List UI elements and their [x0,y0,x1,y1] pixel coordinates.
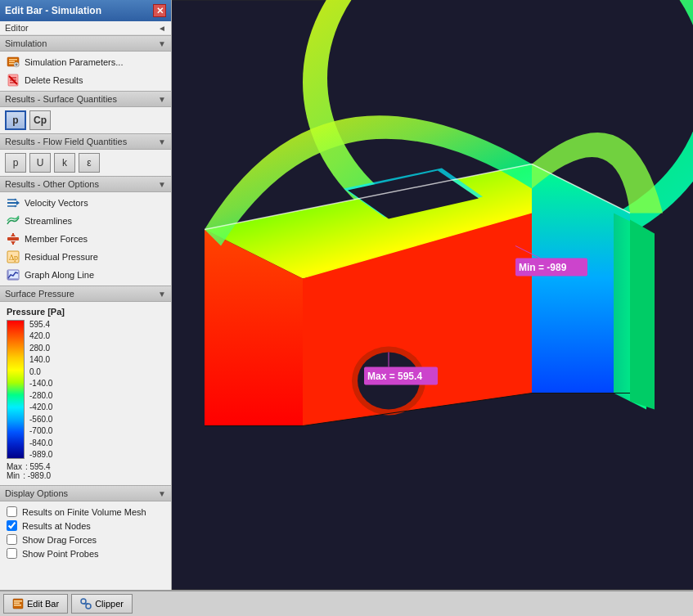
surface-quantities-arrow: ▼ [158,95,166,104]
residual-pressure-label: Residual Pressure [25,252,98,262]
editor-label: Editor [5,23,29,33]
close-button[interactable]: ✕ [153,4,166,17]
legend-min-value: : -989.0 [23,471,51,480]
other-options-label: Results - Other Options [5,179,99,189]
title-bar-text: Edit Bar - Simulation [5,5,101,16]
flow-field-buttons: p U k ε [0,150,171,176]
edit-bar-button[interactable]: Edit Bar [3,594,68,614]
svg-rect-51 [14,600,22,602]
viewport[interactable]: Max = 595.4 Min = -989 [172,0,693,590]
editor-row: Editor ◄ [0,21,171,35]
legend-maxmin: Max : 595.4 Min : -989.0 [7,462,164,480]
legend-bar-container: 595.4 420.0 280.0 140.0 0.0 -140.0 -280.… [7,320,164,459]
residual-pressure-item[interactable]: ∆p Residual Pressure [0,248,171,266]
surface-pressure-arrow: ▼ [158,290,166,299]
other-options-header[interactable]: Results - Other Options ▼ [0,176,171,192]
legend-val-3: 140.0 [29,355,52,364]
svg-text:Min = -989: Min = -989 [519,262,567,273]
graph-along-line-label: Graph Along Line [25,270,94,280]
edit-bar-icon [12,598,24,609]
legend-max-row: Max : 595.4 [7,462,164,471]
svg-rect-1 [9,59,17,61]
editor-arrow: ◄ [158,24,166,33]
legend-val-11: -989.0 [29,450,52,459]
legend-min-label: Min [7,471,20,480]
simulation-arrow: ▼ [158,39,166,48]
streamlines-item[interactable]: Streamlines [0,212,171,230]
svg-rect-18 [7,237,19,241]
clipper-label: Clipper [95,599,124,609]
flow-field-arrow: ▼ [158,137,166,146]
simulation-params-item[interactable]: Simulation Parameters... [0,53,171,71]
ff-k-button[interactable]: k [54,153,75,173]
color-legend-bar [7,320,25,459]
graph-along-line-item[interactable]: Graph Along Line [0,266,171,284]
legend-val-4: 0.0 [29,367,52,376]
svg-rect-53 [14,605,21,606]
legend-section: Pressure [Pa] 595.4 420.0 280.0 140.0 0.… [0,302,171,485]
drag-forces-label: Show Drag Forces [22,535,97,545]
simulation-section-header[interactable]: Simulation ▼ [0,35,171,52]
other-options-arrow: ▼ [158,180,166,189]
legend-max-value: : 595.4 [25,462,51,471]
svg-marker-20 [11,233,16,236]
delete-results-label: Delete Results [25,75,83,85]
sim-params-label: Simulation Parameters... [25,57,123,67]
legend-min-row: Min : -989.0 [7,471,164,480]
point-probes-option[interactable]: Show Point Probes [0,546,171,560]
ff-p-button[interactable]: p [5,153,26,173]
drag-forces-checkbox[interactable] [7,534,17,545]
surface-quantities-buttons: p Cp [0,107,171,133]
legend-val-7: -420.0 [29,402,52,411]
results-nodes-option[interactable]: Results at Nodes [0,519,171,533]
svg-marker-40 [630,220,655,410]
results-nodes-checkbox[interactable] [7,520,17,531]
ff-epsilon-button[interactable]: ε [79,153,100,173]
member-forces-item[interactable]: Member Forces [0,230,171,248]
sidebar: Edit Bar - Simulation ✕ Editor ◄ Simulat… [0,0,172,590]
display-options-label: Display Options [5,488,68,498]
sq-p-button[interactable]: p [5,110,26,130]
finite-volume-option[interactable]: Results on Finite Volume Mesh [0,505,171,519]
graph-along-line-icon [7,268,20,281]
member-forces-label: Member Forces [25,234,88,244]
legend-values: 595.4 420.0 280.0 140.0 0.0 -140.0 -280.… [29,320,52,459]
svg-text:Max = 595.4: Max = 595.4 [367,371,422,382]
legend-max-label: Max [7,462,22,471]
point-probes-label: Show Point Probes [22,549,99,559]
svg-rect-2 [9,61,15,63]
clipper-button[interactable]: Clipper [71,594,133,614]
legend-val-8: -560.0 [29,415,52,424]
velocity-vectors-item[interactable]: Velocity Vectors [0,194,171,212]
drag-forces-option[interactable]: Show Drag Forces [0,533,171,546]
residual-pressure-icon: ∆p [7,250,20,263]
legend-val-2: 280.0 [29,344,52,353]
surface-pressure-header[interactable]: Surface Pressure ▼ [0,286,171,302]
legend-val-1: 420.0 [29,331,52,340]
legend-val-9: -700.0 [29,426,52,435]
ff-u-button[interactable]: U [29,153,51,173]
other-options-content: Velocity Vectors Streamlines Member Forc… [0,192,171,286]
legend-val-5: -140.0 [29,379,52,388]
finite-volume-checkbox[interactable] [7,506,17,517]
streamlines-icon [7,214,20,227]
legend-val-6: -280.0 [29,391,52,400]
sq-cp-button[interactable]: Cp [29,110,51,130]
delete-results-icon [7,74,20,87]
sim-params-icon [7,56,20,69]
point-probes-checkbox[interactable] [7,548,17,559]
finite-volume-label: Results on Finite Volume Mesh [22,507,146,517]
results-nodes-label: Results at Nodes [22,521,91,531]
flow-field-header[interactable]: Results - Flow Field Quantities ▼ [0,133,171,150]
svg-marker-13 [16,200,20,205]
surface-pressure-label: Surface Pressure [5,289,74,299]
streamlines-label: Streamlines [25,216,72,226]
delete-results-item[interactable]: Delete Results [0,71,171,89]
display-options-header[interactable]: Display Options ▼ [0,485,171,501]
edit-bar-label: Edit Bar [27,599,59,609]
svg-marker-15 [15,199,17,201]
cfd-visualization: Max = 595.4 Min = -989 [172,0,693,590]
display-options-arrow: ▼ [158,489,166,498]
svg-rect-52 [14,603,20,605]
surface-quantities-header[interactable]: Results - Surface Quantities ▼ [0,91,171,107]
